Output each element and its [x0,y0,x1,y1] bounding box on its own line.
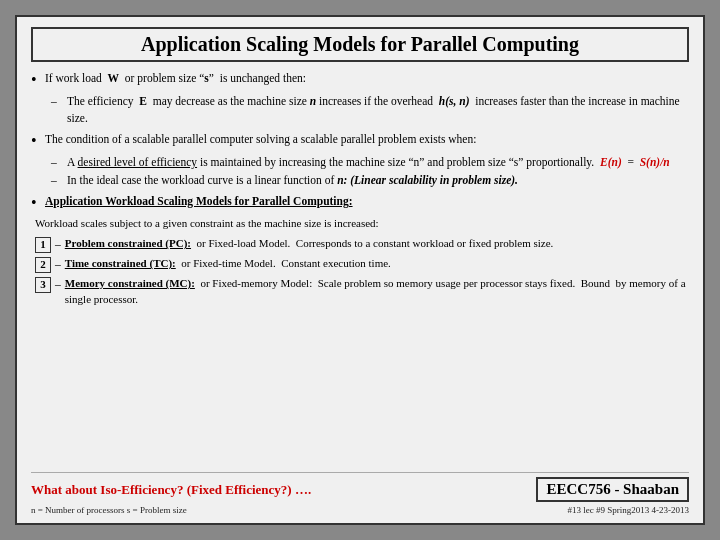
bullet-1-text: If work load W or problem size “s” is un… [45,70,689,87]
num-dash-3: – [55,276,61,293]
num-box-1: 1 [35,237,51,253]
sub-text-2a: A desired level of efficiency is maintai… [67,154,689,171]
footer-row: What about Iso-Efficiency? (Fixed Effici… [31,477,689,502]
num-text-1: Problem constrained (PC): or Fixed-load … [65,236,689,252]
footer-section: What about Iso-Efficiency? (Fixed Effici… [31,472,689,515]
numbered-row-3: 3 – Memory constrained (MC): or Fixed-me… [35,276,689,308]
sub-bullet-2a: – A desired level of efficiency is maint… [51,154,689,171]
sub-dash-2b: – [51,172,67,189]
bottom-info: n = Number of processors s = Problem siz… [31,505,689,515]
iso-efficiency-text: What about Iso-Efficiency? (Fixed Effici… [31,482,311,498]
bullet-2-text: The condition of a scalable parallel com… [45,131,689,148]
slide-content: • If work load W or problem size “s” is … [31,70,689,468]
bullet-dot-3: • [31,193,45,212]
eecc-box: EECC756 - Shaaban [536,477,689,502]
num-text-2: Time constrained (TC): or Fixed-time Mod… [65,256,689,272]
numbered-row-1: 1 – Problem constrained (PC): or Fixed-l… [35,236,689,253]
numbered-items: 1 – Problem constrained (PC): or Fixed-l… [35,236,689,308]
slide: Application Scaling Models for Parallel … [15,15,705,525]
sub-bullet-1a: – The efficiency E may decrease as the m… [51,93,689,126]
numbered-row-2: 2 – Time constrained (TC): or Fixed-time… [35,256,689,273]
slide-title: Application Scaling Models for Parallel … [31,27,689,62]
bullet-2: • The condition of a scalable parallel c… [31,131,689,150]
bottom-left-text: n = Number of processors s = Problem siz… [31,505,187,515]
sub-dash-1a: – [51,93,67,110]
bullet-1: • If work load W or problem size “s” is … [31,70,689,89]
sub-bullet-2b: – In the ideal case the workload curve i… [51,172,689,189]
bottom-right-text: #13 lec #9 Spring2013 4-23-2013 [568,505,690,515]
workload-constraint: Workload scales subject to a given const… [35,216,689,232]
bullet-dot-1: • [31,70,45,89]
num-box-3: 3 [35,277,51,293]
sub-text-1a: The efficiency E may decrease as the mac… [67,93,689,126]
bullet-dot-2: • [31,131,45,150]
bullet-3-text: Application Workload Scaling Models for … [45,193,689,210]
sub-dash-2a: – [51,154,67,171]
num-dash-1: – [55,236,61,253]
bullet-3: • Application Workload Scaling Models fo… [31,193,689,212]
num-box-2: 2 [35,257,51,273]
num-dash-2: – [55,256,61,273]
num-text-3: Memory constrained (MC): or Fixed-memory… [65,276,689,308]
sub-text-2b: In the ideal case the workload curve is … [67,172,689,189]
